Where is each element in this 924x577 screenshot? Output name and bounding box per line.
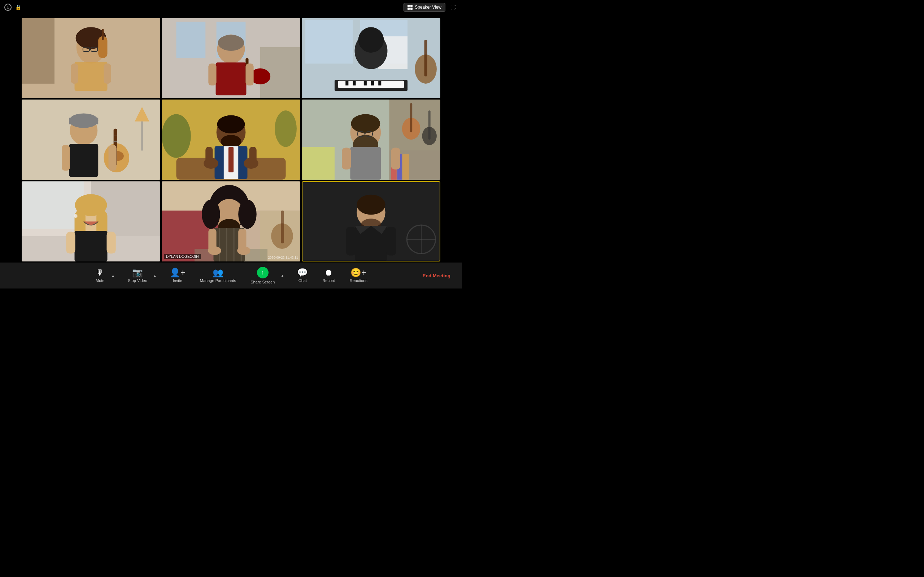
reactions-button[interactable]: 😊+ Reactions: [342, 266, 375, 285]
svg-rect-24: [305, 20, 353, 63]
svg-rect-53: [141, 121, 142, 151]
info-icon[interactable]: ℹ: [4, 3, 11, 11]
stop-video-label: Stop Video: [128, 279, 147, 283]
reactions-label: Reactions: [350, 279, 367, 283]
svg-point-28: [359, 27, 384, 53]
svg-rect-32: [353, 81, 355, 85]
svg-rect-51: [109, 145, 116, 171]
svg-point-56: [162, 114, 191, 158]
manage-participants-label: Manage Participants: [200, 279, 236, 283]
svg-rect-100: [107, 232, 115, 253]
svg-rect-43: [69, 144, 98, 177]
svg-rect-87: [342, 148, 351, 170]
svg-rect-42: [69, 118, 98, 124]
svg-rect-34: [371, 81, 374, 85]
video-cell-5: [162, 100, 300, 180]
video-cell-3: [302, 18, 440, 98]
video-cell-4: [22, 100, 160, 180]
svg-rect-120: [238, 229, 246, 253]
toolbar: 🎙 Mute ▲ 📷 Stop Video ▲ 👤+ Invite 👥 Mana…: [0, 263, 462, 288]
svg-rect-11: [103, 63, 111, 84]
svg-rect-31: [346, 81, 348, 85]
video-cell-2: [162, 18, 300, 98]
chat-icon: 💬: [297, 268, 308, 277]
svg-rect-21: [208, 63, 216, 85]
svg-rect-33: [364, 81, 367, 85]
svg-point-60: [217, 115, 245, 134]
participant-name-8: DYLAN DOGECOIN: [164, 254, 201, 259]
stop-video-button[interactable]: 📷 Stop Video: [121, 266, 155, 285]
svg-rect-1: [22, 18, 55, 84]
svg-rect-67: [205, 147, 213, 166]
svg-rect-86: [350, 147, 381, 180]
svg-point-61: [221, 135, 241, 148]
svg-rect-74: [428, 111, 431, 140]
svg-rect-13: [176, 22, 205, 58]
video-cell-7: [22, 181, 160, 261]
top-left-controls: ℹ 🔒: [4, 3, 22, 11]
svg-rect-134: [386, 227, 396, 255]
video-cell-1: [22, 18, 160, 98]
video-chevron[interactable]: ▲: [152, 268, 158, 283]
microphone-icon: 🎙: [96, 268, 104, 277]
svg-rect-68: [249, 147, 257, 166]
manage-participants-button[interactable]: 👥 Manage Participants: [193, 266, 243, 285]
mute-group: 🎙 Mute ▲: [87, 266, 121, 285]
share-screen-chevron[interactable]: ▲: [279, 268, 286, 283]
invite-button[interactable]: 👤+ Invite: [162, 266, 193, 285]
svg-rect-22: [246, 63, 254, 85]
svg-rect-99: [66, 232, 75, 253]
record-icon: ⏺: [325, 268, 333, 277]
record-button[interactable]: ⏺ Record: [315, 266, 342, 285]
share-screen-button[interactable]: ↑ Share Screen: [243, 264, 282, 287]
svg-rect-133: [346, 227, 356, 255]
speaker-view-label: Speaker View: [415, 5, 441, 10]
invite-icon: 👤+: [170, 268, 186, 277]
svg-rect-37: [425, 40, 427, 76]
share-screen-group: ↑ Share Screen ▲: [243, 264, 290, 287]
grid-icon: [407, 5, 412, 10]
svg-point-57: [275, 111, 297, 147]
svg-rect-92: [22, 181, 84, 229]
svg-point-17: [218, 35, 244, 50]
share-screen-label: Share Screen: [250, 280, 275, 284]
video-cell-9: [302, 181, 440, 261]
end-meeting-button[interactable]: End Meeting: [418, 270, 455, 281]
svg-rect-72: [410, 103, 412, 132]
svg-point-81: [351, 114, 380, 134]
svg-rect-105: [281, 211, 284, 243]
svg-rect-79: [302, 147, 334, 180]
svg-point-98: [74, 214, 78, 218]
svg-rect-119: [208, 229, 216, 253]
fullscreen-button[interactable]: ⛶: [448, 3, 458, 12]
svg-rect-64: [228, 147, 234, 173]
svg-rect-97: [75, 231, 108, 261]
svg-rect-35: [378, 81, 381, 85]
svg-rect-88: [391, 148, 400, 170]
svg-point-110: [238, 200, 257, 229]
mute-label: Mute: [96, 279, 104, 283]
chat-label: Chat: [299, 279, 307, 283]
svg-rect-10: [71, 63, 78, 84]
svg-rect-4: [75, 62, 108, 91]
lock-icon[interactable]: 🔒: [15, 3, 22, 11]
svg-rect-78: [402, 154, 409, 180]
camera-icon: 📷: [132, 268, 143, 277]
svg-rect-50: [62, 145, 69, 171]
mute-chevron[interactable]: ▲: [110, 268, 116, 283]
top-right-controls: Speaker View ⛶: [404, 3, 458, 12]
top-bar: ℹ 🔒 Speaker View ⛶: [0, 0, 462, 15]
svg-rect-18: [216, 62, 247, 95]
share-screen-icon: ↑: [257, 267, 268, 279]
record-label: Record: [322, 279, 335, 283]
svg-point-129: [357, 194, 385, 214]
video-cell-8: DYLAN DOGECOIN 2020-09-22 11:42:11: [162, 181, 300, 261]
video-group: 📷 Stop Video ▲: [121, 266, 162, 285]
chat-button[interactable]: 💬 Chat: [290, 266, 315, 285]
svg-point-109: [202, 200, 220, 229]
speaker-view-button[interactable]: Speaker View: [404, 3, 446, 11]
video-grid: DYLAN DOGECOIN 2020-09-22 11:42:11: [22, 18, 440, 261]
timestamp-8: 2020-09-22 11:42:11: [268, 256, 298, 259]
reactions-icon: 😊+: [351, 268, 366, 277]
mute-button[interactable]: 🎙 Mute: [87, 266, 113, 285]
